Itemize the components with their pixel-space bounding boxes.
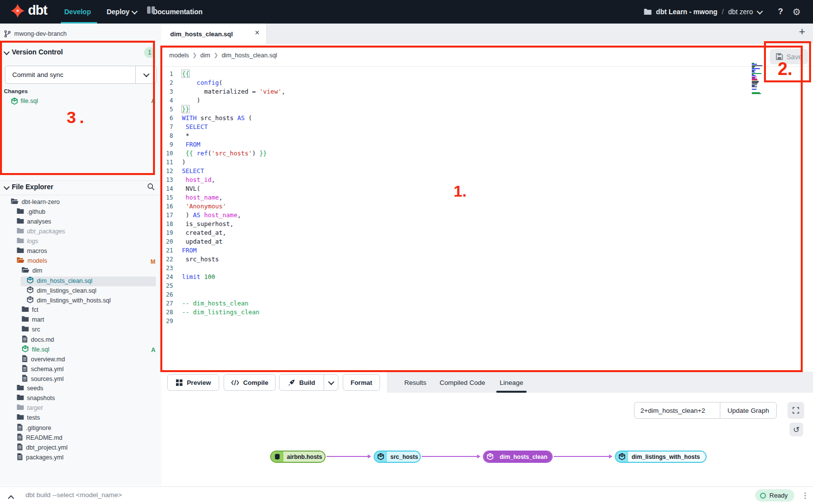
new-tab-icon[interactable]: +: [799, 27, 805, 37]
breadcrumb-file[interactable]: dim_hosts_clean.sql: [222, 52, 277, 59]
code-line: is_superhost,: [182, 220, 744, 228]
search-icon[interactable]: [147, 183, 155, 193]
tree-item-label: macros: [27, 248, 47, 254]
menu-deploy[interactable]: Deploy: [106, 8, 137, 16]
tree-file-schema.yml[interactable]: schema.yml: [0, 365, 161, 375]
tab-compiled-code[interactable]: Compiled Code: [435, 374, 489, 391]
tree-file-dim_hosts_clean.sql[interactable]: dim_hosts_clean.sql: [0, 277, 161, 286]
tree-item-label: dim_listings_with_hosts.sql: [37, 297, 111, 304]
line-numbers: 1234567891011121314151617181920212223242…: [161, 70, 173, 326]
line-number: 5: [161, 105, 173, 114]
dbt-logo[interactable]: dbt: [11, 3, 47, 18]
tree-folder-target[interactable]: target: [0, 404, 161, 414]
commit-and-sync-button[interactable]: Commit and sync: [5, 66, 157, 84]
tree-folder-tests[interactable]: tests: [0, 414, 161, 424]
lineage-edge: [422, 456, 480, 457]
build-button[interactable]: Build: [279, 374, 324, 391]
reset-view-button[interactable]: ↺: [789, 423, 803, 436]
gear-icon[interactable]: ⚙: [792, 6, 801, 18]
tree-file-dim_listings_clean.sql[interactable]: dim_listings_clean.sql: [0, 286, 161, 296]
close-icon[interactable]: ×: [255, 28, 259, 37]
tree-folder-seeds[interactable]: seeds: [0, 384, 161, 394]
tree-file-overview.md[interactable]: overview.md: [0, 355, 161, 365]
tree-folder-macros[interactable]: macros: [0, 247, 161, 257]
tree-file-docs.md[interactable]: docs.md: [0, 335, 161, 345]
tree-folder-logs[interactable]: logs: [0, 237, 161, 247]
update-graph-button[interactable]: Update Graph: [720, 402, 777, 419]
line-number: 20: [161, 237, 173, 246]
divider: [0, 195, 161, 195]
tree-item-label: dim_hosts_clean.sql: [37, 277, 92, 284]
file-explorer-header[interactable]: File Explorer: [0, 181, 161, 195]
menu-develop[interactable]: Develop: [64, 8, 91, 16]
compile-button[interactable]: Compile: [224, 374, 276, 391]
tree-file-file.sql[interactable]: file.sqlA: [0, 345, 161, 355]
branch-name[interactable]: mwong-dev-branch: [14, 30, 67, 37]
editor-tab[interactable]: dim_hosts_clean.sql ×: [161, 24, 267, 44]
lineage-node-label: airbnb.hosts: [283, 452, 325, 462]
fullscreen-icon: [792, 407, 799, 414]
tree-file-dbt_project.yml[interactable]: dbt_project.yml: [0, 443, 161, 453]
tree-file-README.md[interactable]: README.md: [0, 433, 161, 443]
tab-lineage[interactable]: Lineage: [494, 374, 529, 391]
docs-columns-icon[interactable]: [147, 6, 155, 14]
tree-file-sources.yml[interactable]: sources.yml: [0, 375, 161, 384]
status-badge: Ready: [755, 489, 794, 502]
changed-file-row[interactable]: file.sql A: [0, 96, 161, 106]
lineage-node-airbnb.hosts[interactable]: airbnb.hosts: [270, 451, 326, 463]
save-button[interactable]: Save: [770, 49, 808, 64]
folder-icon: [17, 247, 24, 255]
version-control-header[interactable]: Version Control 1: [0, 44, 161, 61]
help-icon[interactable]: ?: [778, 7, 783, 17]
tree-file-packages.yml[interactable]: packages.yml: [0, 453, 161, 463]
lineage-node-dim_hosts_clean[interactable]: dim_hosts_clean: [483, 451, 553, 463]
line-number: 3: [161, 87, 173, 96]
kebab-menu-icon[interactable]: ⋮: [801, 491, 809, 500]
tree-file-dim_listings_with_hosts.sql[interactable]: dim_listings_with_hosts.sql: [0, 296, 161, 306]
tree-folder-dbt-learn-zero[interactable]: dbt-learn-zero: [0, 198, 161, 208]
line-number: 29: [161, 317, 173, 326]
command-input[interactable]: dbt build --select <model_name>: [25, 491, 122, 499]
tree-folder-snapshots[interactable]: snapshots: [0, 394, 161, 404]
breadcrumb-models[interactable]: models: [169, 52, 189, 59]
tree-folder-dbt_packages[interactable]: dbt_packages: [0, 227, 161, 237]
tree-folder-mart[interactable]: mart: [0, 316, 161, 326]
branch-bar: mwong-dev-branch: [0, 24, 162, 44]
format-button[interactable]: Format: [343, 374, 380, 391]
line-number: 25: [161, 281, 173, 290]
file-icon: [22, 355, 28, 364]
code-content[interactable]: {{ config( materialized = 'view', )}}WIT…: [182, 70, 744, 326]
code-line: -- dim_hosts_clean: [182, 299, 744, 308]
tree-folder-fct[interactable]: fct: [0, 306, 161, 316]
project-selector[interactable]: dbt zero: [728, 8, 753, 16]
fullscreen-button[interactable]: [788, 402, 804, 419]
tree-file-.gitignore[interactable]: .gitignore: [0, 424, 161, 433]
commit-options-chevron[interactable]: [135, 66, 156, 83]
chevron-down-icon[interactable]: [757, 8, 763, 14]
preview-button[interactable]: Preview: [167, 374, 219, 391]
tab-results[interactable]: Results: [398, 374, 432, 391]
breadcrumb-dim[interactable]: dim: [201, 52, 210, 59]
folder-icon: [17, 394, 24, 402]
tree-folder-.github[interactable]: .github: [0, 208, 161, 218]
account-name[interactable]: dbt Learn - mwong: [656, 8, 717, 16]
tree-folder-dim[interactable]: dim: [0, 267, 161, 277]
code-line: [182, 264, 744, 273]
code-line: ): [182, 96, 744, 105]
chevron-up-icon[interactable]: [8, 495, 14, 502]
build-options-chevron[interactable]: [324, 374, 338, 391]
tree-folder-analyses[interactable]: analyses: [0, 218, 161, 227]
main-menu: Develop Deploy Documentation: [64, 0, 203, 24]
tree-item-label: mart: [32, 316, 44, 323]
folder-open-icon: [17, 257, 25, 265]
chevron-down-icon: [3, 49, 10, 55]
lineage-selector-input[interactable]: 2+dim_hosts_clean+2: [634, 402, 720, 419]
tree-folder-models[interactable]: modelsM: [0, 257, 161, 267]
file-icon: [22, 365, 28, 374]
lineage-node-src_hosts[interactable]: src_hosts: [374, 451, 421, 463]
minimap[interactable]: [752, 63, 763, 96]
tree-folder-src[interactable]: src: [0, 326, 161, 335]
menu-documentation[interactable]: Documentation: [152, 8, 203, 16]
code-line: config(: [182, 78, 744, 87]
lineage-node-dim_listings_with_hosts[interactable]: dim_listings_with_hosts: [615, 451, 707, 463]
